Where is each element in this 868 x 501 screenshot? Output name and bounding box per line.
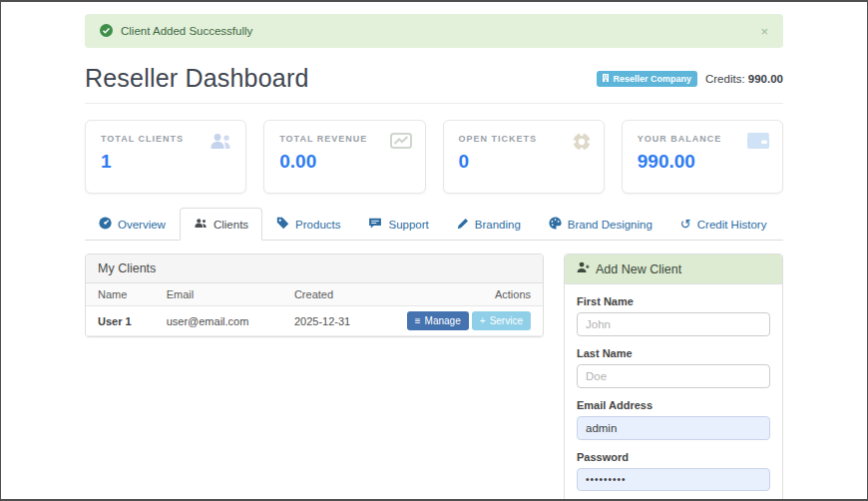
my-clients-panel: My Clients Name Email Created Actions Us…	[85, 253, 544, 337]
client-email: user@email.com	[155, 306, 282, 336]
palette-icon	[549, 217, 562, 232]
stat-value: 990.00	[638, 151, 767, 173]
tab-label: Products	[295, 219, 340, 231]
email-label: Email Address	[577, 399, 770, 411]
tab-support[interactable]: Support	[354, 208, 442, 241]
check-circle-icon	[100, 24, 113, 39]
manage-button[interactable]: ≡Manage	[407, 311, 469, 330]
list-icon: ≡	[415, 315, 421, 326]
add-service-button[interactable]: +Service	[472, 311, 531, 330]
credits-label: Credits:	[705, 73, 745, 85]
add-client-title: Add New Client	[596, 262, 681, 276]
tab-label: Overview	[118, 219, 166, 231]
brush-icon	[457, 218, 469, 232]
tab-label: Support	[388, 219, 428, 231]
first-name-field[interactable]	[577, 312, 770, 336]
my-clients-header: My Clients	[86, 254, 543, 283]
tab-credit-history[interactable]: ↺ Credit History	[666, 208, 781, 241]
tab-branding[interactable]: Branding	[443, 208, 535, 241]
first-name-group: First Name	[577, 295, 770, 336]
dashboard-icon	[99, 217, 112, 232]
tab-label: Credit History	[697, 219, 767, 231]
password-group: Password	[577, 451, 770, 491]
password-field[interactable]	[577, 468, 770, 491]
page-title: Reseller Dashboard	[85, 64, 309, 93]
tab-brand-designing[interactable]: Brand Designing	[535, 208, 666, 241]
users-icon	[209, 133, 232, 154]
tab-label: Clients	[214, 219, 248, 231]
col-name: Name	[86, 283, 155, 306]
add-new-client-panel: Add New Client First Name Last Name Emai…	[564, 253, 783, 501]
badge-label: Reseller Company	[613, 74, 691, 84]
history-icon: ↺	[680, 218, 691, 231]
stat-value: 0	[459, 151, 589, 173]
wallet-icon	[747, 133, 769, 153]
stat-value: 1	[101, 151, 230, 173]
client-created: 2025-12-31	[282, 306, 395, 336]
first-name-label: First Name	[577, 295, 770, 307]
page-header: Reseller Dashboard Reseller Company Cred…	[85, 64, 783, 93]
email-group: Email Address	[577, 399, 770, 440]
last-name-field[interactable]	[577, 364, 770, 388]
header-right: Reseller Company Credits: 990.00	[597, 71, 783, 87]
client-name: User 1	[86, 306, 155, 336]
tags-icon	[276, 217, 289, 232]
col-created: Created	[282, 283, 395, 306]
stat-label: OPEN TICKETS	[459, 134, 589, 144]
reseller-company-badge: Reseller Company	[597, 71, 697, 87]
tab-clients[interactable]: Clients	[180, 208, 262, 241]
service-label: Service	[490, 315, 523, 326]
stat-card-total-clients: TOTAL CLIENTS 1	[85, 120, 246, 194]
password-label: Password	[577, 451, 770, 463]
last-name-group: Last Name	[577, 347, 770, 388]
tab-bar: Overview Clients Products Support	[85, 208, 783, 241]
stat-card-open-tickets: OPEN TICKETS 0	[443, 120, 605, 194]
table-row: User 1 user@email.com 2025-12-31 ≡Manage…	[86, 306, 543, 336]
add-client-header: Add New Client	[565, 254, 782, 284]
support-icon	[368, 218, 382, 231]
email-field[interactable]	[577, 416, 770, 440]
credits: Credits: 990.00	[705, 73, 783, 85]
stat-card-total-revenue: TOTAL REVENUE 0.00	[263, 120, 425, 194]
last-name-label: Last Name	[577, 347, 770, 359]
life-ring-icon	[573, 133, 591, 155]
table-header-row: Name Email Created Actions	[86, 283, 543, 306]
alert-message: Client Added Successfully	[121, 25, 252, 37]
plus-icon: +	[480, 315, 486, 326]
stat-value: 0.00	[279, 151, 409, 173]
manage-label: Manage	[425, 315, 461, 326]
page-container: Client Added Successfully × Reseller Das…	[85, 14, 783, 501]
tab-overview[interactable]: Overview	[85, 208, 180, 241]
clients-table: Name Email Created Actions User 1 user@e…	[86, 283, 543, 336]
add-client-form: First Name Last Name Email Address Passw…	[565, 284, 782, 501]
user-plus-icon	[577, 261, 590, 276]
content-row: My Clients Name Email Created Actions Us…	[85, 253, 783, 501]
header-divider	[85, 103, 783, 104]
tab-label: Brand Designing	[568, 219, 652, 231]
col-email: Email	[155, 283, 282, 306]
col-actions: Actions	[395, 283, 543, 306]
app-window: Client Added Successfully × Reseller Das…	[0, 0, 868, 501]
building-icon	[603, 74, 609, 84]
tab-label: Branding	[475, 219, 521, 231]
client-actions: ≡Manage +Service	[395, 306, 543, 336]
credits-value: 990.00	[748, 73, 783, 85]
close-icon[interactable]: ×	[760, 24, 768, 39]
stats-row: TOTAL CLIENTS 1 TOTAL REVENUE 0.00 OPEN …	[85, 120, 783, 194]
chart-line-icon	[390, 133, 412, 153]
users-icon	[194, 218, 208, 231]
tab-products[interactable]: Products	[262, 208, 354, 241]
stat-card-your-balance: YOUR BALANCE 990.00	[622, 120, 783, 194]
success-alert: Client Added Successfully ×	[85, 14, 783, 48]
